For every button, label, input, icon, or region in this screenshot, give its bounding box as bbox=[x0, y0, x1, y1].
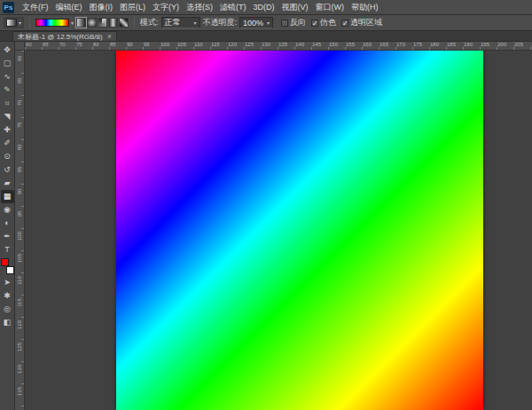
ruler-tick-label: 175 bbox=[413, 42, 422, 48]
ruler-tick-label: 160 bbox=[363, 42, 372, 48]
ruler-tick-label: 65 bbox=[43, 42, 49, 48]
clone-stamp-tool[interactable]: ⊙ bbox=[1, 150, 14, 163]
workspace: 6065707580859095100105110115120125130135… bbox=[15, 42, 532, 410]
dodge-tool[interactable]: ◐ bbox=[1, 217, 14, 230]
ruler-tick-label: 70 bbox=[17, 97, 22, 109]
document-tab[interactable]: 未标题-1 @ 12.5%(RGB/8) × bbox=[12, 31, 117, 41]
menu-item-6[interactable]: 滤镜(T) bbox=[216, 0, 250, 14]
ruler-tick-label: 120 bbox=[17, 319, 22, 331]
pasteboard bbox=[25, 51, 532, 410]
chevron-down-icon: ▾ bbox=[267, 20, 270, 26]
tools-group-bottom: ➤✱◎◧ bbox=[1, 276, 14, 329]
screen-mode-button[interactable]: ◧ bbox=[1, 316, 14, 329]
chevron-down-icon: ▾ bbox=[19, 20, 21, 26]
quick-selection-tool[interactable]: ✎ bbox=[1, 83, 14, 97]
ruler-tick-label: 75 bbox=[76, 42, 82, 48]
ruler-tick-label: 95 bbox=[144, 42, 150, 48]
move-tool[interactable]: ✥ bbox=[1, 43, 14, 57]
opacity-value: 100% bbox=[243, 19, 263, 28]
mode-label: 模式: bbox=[140, 17, 159, 28]
reflected-gradient-button[interactable] bbox=[108, 18, 118, 28]
blur-tool[interactable]: ◉ bbox=[1, 203, 14, 217]
checkbox-2[interactable]: ✓透明区域 bbox=[341, 17, 382, 28]
document-tab-title: 未标题-1 @ 12.5%(RGB/8) bbox=[18, 32, 103, 42]
menubar: Ps 文件(F)编辑(E)图像(I)图层(L)文字(Y)选择(S)滤镜(T)3D… bbox=[0, 0, 532, 15]
crop-tool[interactable]: ⌗ bbox=[1, 97, 14, 110]
horizontal-ruler-row: 6065707580859095100105110115120125130135… bbox=[15, 42, 532, 51]
ruler-tick-label: 130 bbox=[262, 42, 270, 48]
menu-item-1[interactable]: 编辑(E) bbox=[52, 0, 86, 14]
ruler-tick-label: 135 bbox=[278, 42, 287, 48]
ruler-tick-label: 90 bbox=[127, 42, 133, 48]
canvas[interactable] bbox=[116, 51, 483, 410]
ruler-corner bbox=[15, 42, 25, 51]
ruler-tick-label: 180 bbox=[430, 42, 439, 48]
opacity-select[interactable]: 100% ▾ bbox=[239, 17, 273, 28]
radial-gradient-button[interactable] bbox=[87, 18, 97, 28]
menu-item-2[interactable]: 图像(I) bbox=[86, 0, 117, 14]
type-tool[interactable]: T bbox=[1, 243, 14, 256]
path-selection-tool[interactable]: ➤ bbox=[1, 276, 14, 289]
tools-panel: ✥▢∿✎⌗◥✚✐⊙↺▰▦◉◐✒T ➤✱◎◧ bbox=[0, 42, 15, 410]
menu-item-3[interactable]: 图层(L) bbox=[116, 0, 149, 14]
linear-gradient-button[interactable] bbox=[76, 18, 86, 28]
ruler-tick-label: 190 bbox=[464, 42, 473, 48]
diamond-gradient-button[interactable] bbox=[119, 18, 129, 28]
ruler-tick-label: 125 bbox=[17, 341, 22, 353]
foreground-color-swatch[interactable] bbox=[1, 258, 9, 266]
hand-tool[interactable]: ✱ bbox=[1, 289, 14, 303]
rectangular-marquee-tool[interactable]: ▢ bbox=[1, 57, 14, 70]
main-area: ✥▢∿✎⌗◥✚✐⊙↺▰▦◉◐✒T ➤✱◎◧ 606570758085909510… bbox=[0, 42, 532, 410]
color-swatches bbox=[1, 258, 14, 274]
horizontal-ruler: 6065707580859095100105110115120125130135… bbox=[25, 42, 532, 51]
menu-item-4[interactable]: 文字(Y) bbox=[149, 0, 183, 14]
options-bar: ▾ ▾ 模式: 正常 ▾ 不透明度: 100% ▾ 反向✓仿色✓透明区域 bbox=[0, 15, 532, 31]
healing-brush-tool[interactable]: ✚ bbox=[1, 123, 14, 137]
ruler-tick-label: 200 bbox=[497, 42, 506, 48]
options-checkboxes: 反向✓仿色✓透明区域 bbox=[276, 17, 382, 28]
checkbox-label: 仿色 bbox=[320, 17, 336, 28]
unchecked-checkbox-icon[interactable] bbox=[281, 20, 288, 27]
brush-tool[interactable]: ✐ bbox=[1, 137, 14, 150]
checked-checkbox-icon[interactable]: ✓ bbox=[341, 20, 348, 27]
ruler-tick-label: 60 bbox=[17, 52, 22, 65]
ruler-tick-label: 85 bbox=[17, 163, 22, 176]
gradient-preview-swatch bbox=[35, 19, 69, 27]
menu-item-5[interactable]: 选择(S) bbox=[183, 0, 216, 14]
ruler-tick-label: 75 bbox=[17, 119, 22, 131]
ruler-tick-label: 120 bbox=[228, 42, 237, 48]
ruler-tick-label: 105 bbox=[177, 42, 186, 48]
ruler-tick-label: 70 bbox=[59, 42, 66, 48]
ruler-tick-label: 135 bbox=[17, 385, 22, 398]
eraser-tool[interactable]: ▰ bbox=[1, 177, 14, 190]
checkbox-0[interactable]: 反向 bbox=[281, 17, 306, 28]
background-color-swatch[interactable] bbox=[6, 266, 14, 274]
lasso-tool[interactable]: ∿ bbox=[1, 70, 14, 83]
menu-item-0[interactable]: 文件(F) bbox=[19, 0, 52, 14]
ruler-tick-label: 125 bbox=[245, 42, 254, 48]
gradient-picker[interactable]: ▾ bbox=[35, 19, 74, 27]
gradient-tool[interactable]: ▦ bbox=[1, 190, 14, 203]
pen-tool[interactable]: ✒ bbox=[1, 230, 14, 243]
eyedropper-tool[interactable]: ◥ bbox=[1, 110, 14, 123]
menu-item-9[interactable]: 窗口(W) bbox=[312, 0, 348, 14]
ruler-tick-label: 95 bbox=[17, 208, 22, 220]
menu-item-7[interactable]: 3D(D) bbox=[250, 0, 278, 14]
zoom-tool[interactable]: ◎ bbox=[1, 303, 14, 316]
menu-item-8[interactable]: 视图(V) bbox=[278, 0, 312, 14]
history-brush-tool[interactable]: ↺ bbox=[1, 163, 14, 177]
ruler-tick-label: 80 bbox=[17, 141, 22, 154]
ruler-tick-label: 115 bbox=[211, 42, 220, 48]
close-icon[interactable]: × bbox=[107, 33, 112, 41]
checked-checkbox-icon[interactable]: ✓ bbox=[311, 20, 318, 27]
tool-preset-picker[interactable]: ▾ bbox=[4, 17, 24, 28]
ruler-tick-label: 195 bbox=[481, 42, 489, 48]
ruler-tick-label: 150 bbox=[329, 42, 338, 48]
angle-gradient-button[interactable] bbox=[98, 18, 107, 28]
menu-item-10[interactable]: 帮助(H) bbox=[348, 0, 382, 14]
opacity-label: 不透明度: bbox=[203, 17, 238, 28]
checkbox-1[interactable]: ✓仿色 bbox=[311, 17, 336, 28]
separator bbox=[134, 17, 135, 28]
mode-select[interactable]: 正常 ▾ bbox=[161, 17, 200, 28]
photoshop-logo: Ps bbox=[3, 2, 14, 13]
